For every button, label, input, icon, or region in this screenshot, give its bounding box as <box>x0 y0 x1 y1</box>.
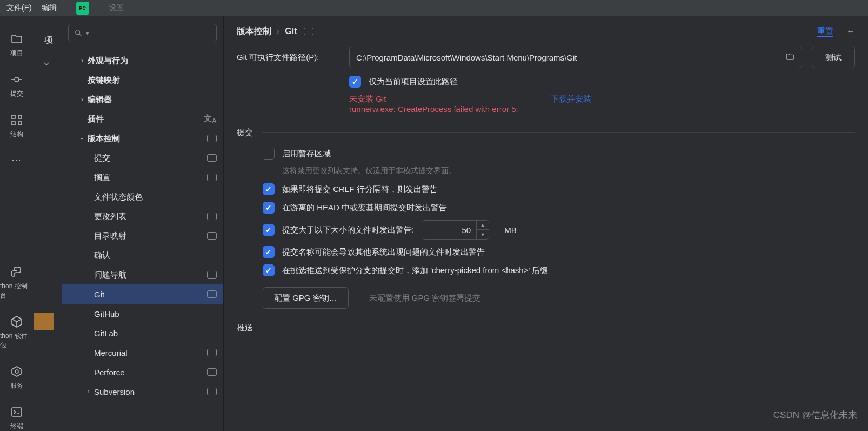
gpg-hint: 未配置使用 GPG 密钥签署提交 <box>369 293 481 303</box>
warn-crlf-label: 如果即将提交 CRLF 行分隔符，则发出警告 <box>282 184 438 195</box>
svg-line-11 <box>79 34 81 36</box>
tree-file-status[interactable]: 文件状态颜色 <box>62 187 223 207</box>
tool-pyconsole[interactable]: thon 控制台 <box>0 266 34 300</box>
warn-detached-label: 在游离的 HEAD 中或变基期间提交时发出警告 <box>282 203 447 213</box>
tree-confirm[interactable]: 确认 <box>62 246 223 265</box>
svg-marker-7 <box>12 367 22 376</box>
menu-edit[interactable]: 编辑 <box>42 3 57 13</box>
app-icon: PC <box>76 2 89 15</box>
tool-iconbar: 项目 提交 结构 ⋯ thon 控制台 thon 软件包 服务 终端 <box>0 16 34 431</box>
project-badge-icon <box>207 174 217 181</box>
tree-github[interactable]: GitHub <box>62 304 223 323</box>
svg-rect-4 <box>18 115 22 118</box>
tree-dir-map[interactable]: 目录映射 <box>62 226 223 246</box>
spinner-up-icon[interactable]: ▲ <box>477 220 489 230</box>
push-section-header: 推送 <box>237 323 855 333</box>
tree-git[interactable]: Git <box>62 284 223 304</box>
tree-shelve[interactable]: 搁置 <box>62 168 223 187</box>
folder-browse-icon[interactable] <box>785 52 795 63</box>
warn-detached-checkbox[interactable] <box>263 202 275 214</box>
commit-icon <box>10 73 23 86</box>
tree-appearance[interactable]: ›外观与行为 <box>62 51 223 70</box>
tree-perforce[interactable]: Perforce <box>62 362 223 382</box>
tree-editor[interactable]: ›编辑器 <box>62 90 223 109</box>
watermark: CSDN @信息化未来 <box>773 409 857 421</box>
only-project-label: 仅为当前项目设置此路径 <box>369 77 458 87</box>
cherry-pick-label: 在挑选推送到受保护分支的提交时，添加 'cherry-picked from <… <box>282 266 548 276</box>
tool-services[interactable]: 服务 <box>0 365 34 390</box>
project-badge-icon <box>207 232 217 240</box>
warn-size-value[interactable] <box>422 221 476 239</box>
tool-commit[interactable]: 提交 <box>0 73 34 98</box>
tool-terminal[interactable]: 终端 <box>0 406 34 431</box>
runner-error: runnerw.exe: CreateProcess failed with e… <box>349 104 518 114</box>
warn-badnames-label: 提交名称可能会导致其他系统出现问题的文件时发出警告 <box>282 247 485 257</box>
project-badge-icon <box>207 388 217 395</box>
size-spinner[interactable]: ▲▼ <box>476 220 489 240</box>
tree-plugins[interactable]: 插件文A <box>62 109 223 129</box>
breadcrumb-git: Git <box>285 26 297 36</box>
project-badge-icon <box>207 290 217 298</box>
settings-content: 版本控制 › Git 重置 ← Git 可执行文件路径(P): C:\Progr… <box>224 16 868 431</box>
enable-staging-checkbox[interactable] <box>263 148 275 160</box>
tree-mercurial[interactable]: Mercurial <box>62 343 223 362</box>
tree-issue-nav[interactable]: 问题导航 <box>62 265 223 284</box>
folder-icon <box>10 32 23 45</box>
language-icon: 文A <box>204 114 217 125</box>
breadcrumb: 版本控制 › Git 重置 ← <box>224 16 868 47</box>
tool-project[interactable]: 项目 <box>0 32 34 58</box>
tree-vcs[interactable]: ›版本控制 <box>62 129 223 148</box>
services-icon <box>10 365 23 378</box>
project-badge-icon <box>207 271 217 279</box>
tool-more[interactable]: ⋯ <box>0 154 34 166</box>
structure-icon <box>10 114 23 127</box>
project-badge-icon <box>207 135 217 142</box>
breadcrumb-vcs[interactable]: 版本控制 <box>237 26 271 37</box>
spinner-down-icon[interactable]: ▼ <box>477 230 489 240</box>
tool-packages[interactable]: thon 软件包 <box>0 315 34 350</box>
project-badge-icon <box>207 368 217 376</box>
git-path-label: Git 可执行文件路径(P): <box>237 52 339 63</box>
mid-gap: 项 <box>34 16 62 431</box>
terminal-icon <box>10 406 23 419</box>
test-button[interactable]: 测试 <box>812 47 855 68</box>
breadcrumb-separator: › <box>277 26 279 36</box>
packages-icon <box>10 315 23 328</box>
project-badge-icon <box>207 349 217 356</box>
reset-link[interactable]: 重置 <box>817 26 833 37</box>
tree-gitlab[interactable]: GitLab <box>62 323 223 343</box>
settings-search[interactable]: ▾ <box>68 24 217 42</box>
settings-tree: ▾ ›外观与行为 按键映射 ›编辑器 插件文A ›版本控制 提交 搁置 文件状态… <box>62 16 224 431</box>
tree-subversion[interactable]: ›Subversion <box>62 382 223 401</box>
warn-size-unit: MB <box>504 226 517 235</box>
warn-crlf-checkbox[interactable] <box>263 183 275 195</box>
warn-badnames-checkbox[interactable] <box>263 246 275 258</box>
tree-keymap[interactable]: 按键映射 <box>62 70 223 90</box>
menubar: 文件(E) 编辑 PC 设置 <box>0 0 868 16</box>
git-path-input[interactable]: C:\ProgramData\Microsoft\Windows\Start M… <box>349 47 802 68</box>
svg-point-10 <box>76 30 80 35</box>
menu-file[interactable]: 文件(E) <box>6 3 32 13</box>
tree-changelists[interactable]: 更改列表 <box>62 207 223 226</box>
svg-point-8 <box>15 370 18 373</box>
python-icon <box>10 266 23 279</box>
warn-size-checkbox[interactable] <box>263 224 275 236</box>
tool-structure[interactable]: 结构 <box>0 114 34 139</box>
git-not-installed-error: 未安装 Git <box>349 94 518 104</box>
project-collapse-label[interactable]: 项 <box>44 35 53 46</box>
download-install-link[interactable]: 下载并安装 <box>551 94 591 114</box>
menu-settings[interactable]: 设置 <box>109 3 124 13</box>
project-badge-icon <box>207 154 217 162</box>
only-project-checkbox[interactable] <box>349 76 361 88</box>
cherry-pick-checkbox[interactable] <box>263 264 275 276</box>
tree-commit[interactable]: 提交 <box>62 148 223 168</box>
warn-size-label: 提交大于以下大小的文件时发出警告: <box>282 225 414 235</box>
enable-staging-label: 启用暂存区域 <box>282 149 331 159</box>
project-badge-icon <box>207 213 217 220</box>
enable-staging-hint: 这将禁用更改列表支持。仅适用于非模式提交界面。 <box>282 166 855 176</box>
chevron-down-icon[interactable] <box>42 59 51 70</box>
back-arrow-icon[interactable]: ← <box>846 26 855 36</box>
gpg-config-button[interactable]: 配置 GPG 密钥… <box>263 287 349 309</box>
svg-rect-6 <box>18 122 22 125</box>
project-badge-icon <box>304 28 313 35</box>
